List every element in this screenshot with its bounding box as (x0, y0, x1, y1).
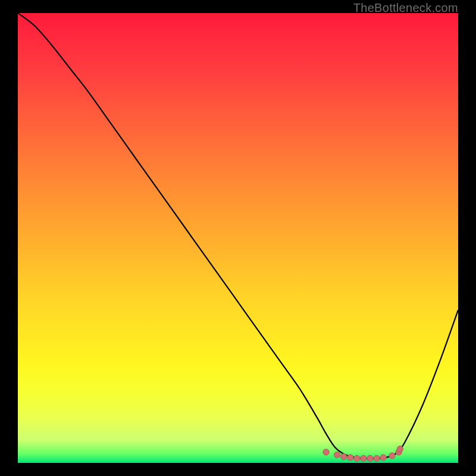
curve-svg (18, 13, 458, 463)
bottleneck-curve (18, 13, 458, 459)
marker-dot (380, 455, 386, 461)
plot-area (18, 13, 458, 463)
chart-frame: TheBottleneck.com (0, 0, 476, 476)
marker-dot (334, 452, 340, 458)
marker-dot (397, 446, 403, 452)
marker-dot (367, 455, 373, 461)
marker-dot (347, 455, 353, 461)
marker-dot (323, 449, 329, 455)
marker-dot (361, 455, 367, 461)
marker-dot (354, 455, 360, 461)
marker-dot (374, 455, 380, 461)
marker-dot (389, 453, 395, 459)
marker-dot (340, 453, 346, 459)
